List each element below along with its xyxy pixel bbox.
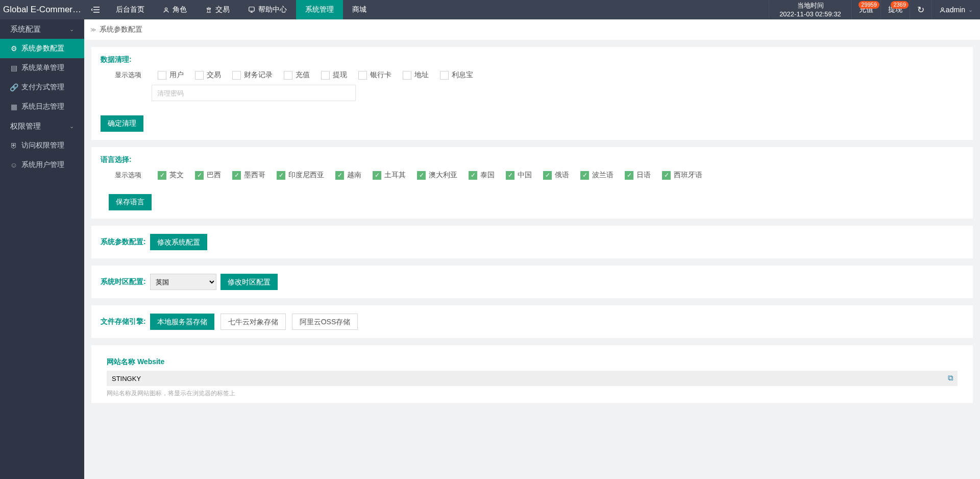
sidebar-group[interactable]: 权限管理⌄ [0, 116, 84, 136]
checkbox[interactable]: 交易 [195, 70, 221, 80]
language-card: 语言选择: 显示选项 ✓英文 ✓巴西 ✓墨西哥 ✓印度尼西亚 ✓越南 ✓土耳其 … [91, 147, 973, 219]
topnav-item[interactable]: 系统管理 [296, 0, 343, 19]
help-text: 网站名称及网站图标，将显示在浏览器的标签上 [107, 389, 958, 398]
checkbox[interactable]: 提现 [321, 70, 347, 80]
modify-system-config-button[interactable]: 修改系统配置 [150, 234, 207, 250]
confirm-clean-button[interactable]: 确定清理 [101, 115, 143, 132]
clean-password-input[interactable] [152, 85, 356, 101]
chevron-down-icon: ⌄ [69, 123, 74, 130]
breadcrumb-icon: ≫ [90, 27, 96, 33]
section-title: 文件存储引擎: [101, 317, 146, 326]
storage-option-button[interactable]: 阿里云OSS存储 [292, 314, 358, 330]
website-name-card: 网站名称 Website ⧉ 网站名称及网站图标，将显示在浏览器的标签上 [91, 345, 973, 403]
main-area: ≫系统参数配置 数据清理: 显示选项 用户 交易 财务记录 充值 提现 银行卡 … [84, 19, 980, 410]
row-label: 显示选项 [101, 171, 146, 180]
checkbox[interactable]: ✓俄语 [543, 171, 569, 180]
checkbox[interactable]: 充值 [284, 70, 310, 80]
checkbox[interactable]: 地址 [403, 70, 429, 80]
section-title: 语言选择: [101, 155, 964, 164]
link-icon: 🔗 [10, 83, 17, 91]
checkbox[interactable]: ✓墨西哥 [232, 171, 265, 180]
checkbox[interactable]: ✓波兰语 [580, 171, 614, 180]
topnav-item[interactable]: 交易 [196, 0, 239, 19]
topnav-item[interactable]: 角色 [154, 0, 196, 19]
refresh-icon[interactable]: ↻ [910, 0, 932, 19]
sidebar-item[interactable]: ▦系统日志管理 [0, 97, 84, 116]
topnav: 后台首页 角色 交易 帮助中心 系统管理 商城 [107, 0, 376, 19]
checkbox[interactable]: ✓越南 [335, 171, 361, 180]
sidebar-item[interactable]: ⚙系统参数配置 [0, 39, 84, 58]
log-icon: ▦ [10, 103, 17, 111]
checkbox[interactable]: 银行卡 [358, 70, 391, 80]
field-label: 网站名称 Website [107, 357, 958, 367]
svg-point-2 [941, 8, 943, 10]
timezone-select[interactable]: 英国 [150, 274, 216, 290]
brand-title: Global E-Commerce... [0, 5, 84, 15]
checkbox[interactable]: ✓英文 [158, 171, 184, 180]
topbar: Global E-Commerce... 后台首页 角色 交易 帮助中心 系统管… [0, 0, 980, 19]
local-time: 当地时间 2022-11-03 02:59:32 [769, 1, 851, 18]
website-name-input[interactable] [107, 371, 958, 386]
checkbox[interactable]: ✓印度尼西亚 [277, 171, 324, 180]
user-icon: ☺ [10, 161, 17, 169]
checkbox[interactable]: ✓澳大利亚 [417, 171, 457, 180]
checkbox[interactable]: ✓泰国 [469, 171, 495, 180]
save-language-button[interactable]: 保存语言 [109, 194, 152, 210]
section-title: 系统时区配置: [101, 277, 146, 286]
section-title: 数据清理: [101, 55, 964, 64]
section-title: 系统参数配置: [101, 237, 146, 247]
topnav-item[interactable]: 帮助中心 [239, 0, 296, 19]
sidebar-toggle-icon[interactable] [84, 6, 107, 13]
checkbox[interactable]: ✓土耳其 [373, 171, 406, 180]
timezone-card: 系统时区配置: 英国 修改时区配置 [91, 266, 973, 298]
list-icon: ▤ [10, 64, 17, 72]
breadcrumb: ≫系统参数配置 [84, 19, 980, 40]
checkbox[interactable]: ✓西班牙语 [662, 171, 702, 180]
row-label: 显示选项 [101, 70, 146, 80]
data-clean-card: 数据清理: 显示选项 用户 交易 财务记录 充值 提现 银行卡 地址 利息宝 确… [91, 47, 973, 140]
sidebar-item[interactable]: 🔗支付方式管理 [0, 78, 84, 97]
modify-timezone-button[interactable]: 修改时区配置 [220, 274, 278, 290]
system-param-card: 系统参数配置: 修改系统配置 [91, 226, 973, 258]
checkbox[interactable]: ✓日语 [625, 171, 651, 180]
withdraw-badge: 2369 [891, 1, 908, 9]
sidebar-item[interactable]: ⛨访问权限管理 [0, 136, 84, 155]
storage-card: 文件存储引擎: 本地服务器存储 七牛云对象存储 阿里云OSS存储 [91, 305, 973, 338]
sidebar: 系统配置⌄ ⚙系统参数配置 ▤系统菜单管理 🔗支付方式管理 ▦系统日志管理 权限… [0, 19, 84, 410]
recharge-badge: 29959 [859, 1, 879, 9]
svg-point-0 [165, 8, 167, 10]
withdraw-button[interactable]: 提现 2369 [880, 0, 910, 19]
topnav-item[interactable]: 后台首页 [107, 0, 154, 19]
storage-option-button[interactable]: 七牛云对象存储 [220, 314, 286, 330]
user-dropdown[interactable]: admin⌄ [932, 0, 980, 19]
chevron-down-icon: ⌄ [69, 26, 74, 33]
recharge-button[interactable]: 充值 29959 [851, 0, 880, 19]
shield-icon: ⛨ [10, 141, 17, 150]
svg-rect-1 [249, 7, 255, 11]
chevron-down-icon: ⌄ [968, 7, 973, 13]
sidebar-item[interactable]: ▤系统菜单管理 [0, 58, 84, 78]
topbar-right: 当地时间 2022-11-03 02:59:32 充值 29959 提现 236… [769, 0, 980, 19]
sidebar-group[interactable]: 系统配置⌄ [0, 19, 84, 39]
checkbox[interactable]: 利息宝 [440, 70, 473, 80]
checkbox[interactable]: ✓中国 [506, 171, 532, 180]
storage-option-button[interactable]: 本地服务器存储 [150, 314, 214, 330]
gear-icon: ⚙ [10, 44, 17, 53]
checkbox[interactable]: ✓巴西 [195, 171, 221, 180]
checkbox[interactable]: 用户 [158, 70, 184, 80]
topnav-item[interactable]: 商城 [343, 0, 376, 19]
copy-icon[interactable]: ⧉ [948, 373, 953, 382]
sidebar-item[interactable]: ☺系统用户管理 [0, 155, 84, 175]
checkbox[interactable]: 财务记录 [232, 70, 273, 80]
